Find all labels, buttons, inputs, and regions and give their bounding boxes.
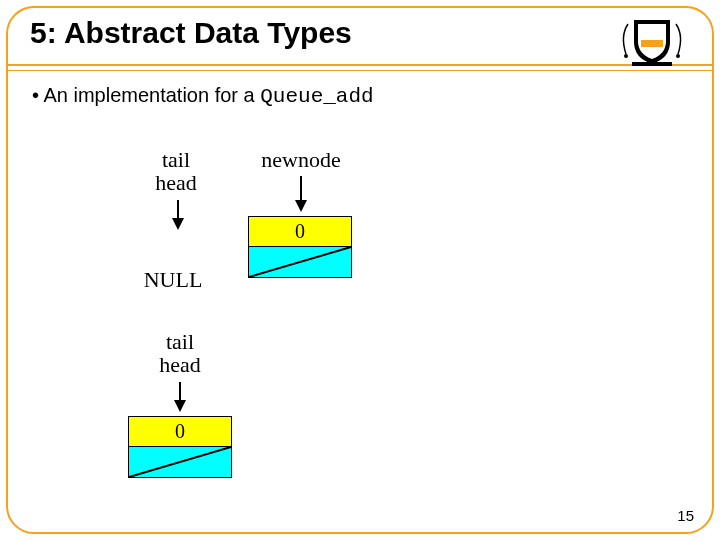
svg-rect-0 (641, 40, 663, 47)
null-slash-icon (129, 447, 231, 477)
slide-title: 5: Abstract Data Types (30, 16, 690, 50)
label-tail-text: tail (146, 148, 206, 171)
bullet-text: • An implementation for a (32, 84, 260, 106)
label-tail-2: tail head (150, 330, 210, 376)
svg-point-1 (624, 54, 628, 58)
label-null: NULL (128, 268, 218, 291)
bullet-code: Queue_add (260, 85, 373, 108)
arrow-down-icon (168, 200, 188, 230)
label-tail-1: tail head (146, 148, 206, 194)
page-number: 15 (677, 507, 694, 524)
svg-point-2 (676, 54, 680, 58)
svg-marker-5 (172, 218, 184, 230)
node-box-1: 0 (248, 216, 352, 278)
bullet-line: • An implementation for a Queue_add (32, 84, 374, 108)
node-value-cell-2: 0 (129, 417, 231, 447)
null-slash-icon (249, 247, 351, 277)
svg-line-8 (249, 247, 351, 277)
node-next-cell-2 (129, 447, 231, 477)
title-rule-1 (8, 64, 712, 66)
slide-frame: 5: Abstract Data Types • An implementati… (6, 6, 714, 534)
svg-line-11 (129, 447, 231, 477)
label-newnode: newnode (246, 148, 356, 171)
svg-marker-7 (295, 200, 307, 212)
crest-icon (616, 14, 688, 68)
svg-rect-3 (632, 62, 672, 66)
node-box-2: 0 (128, 416, 232, 478)
label-head-text: head (146, 171, 206, 194)
arrow-down-icon (170, 382, 190, 412)
node-next-cell (249, 247, 351, 277)
svg-marker-10 (174, 400, 186, 412)
title-rule-2 (8, 70, 712, 71)
arrow-down-icon (291, 176, 311, 212)
title-area: 5: Abstract Data Types (8, 8, 712, 54)
label-head-text-2: head (150, 353, 210, 376)
node-value-cell: 0 (249, 217, 351, 247)
label-tail-text-2: tail (150, 330, 210, 353)
